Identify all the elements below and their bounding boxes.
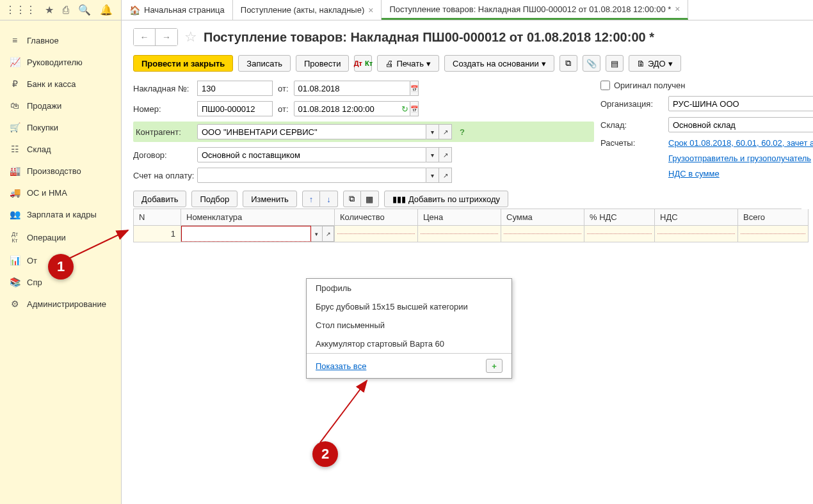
calendar-icon[interactable]: 📅	[410, 101, 419, 116]
cell-nds-pct[interactable]	[584, 226, 655, 242]
barcode-button[interactable]: ▮▮▮ Добавить по штрихкоду	[384, 191, 508, 207]
open-icon[interactable]: ↗	[323, 226, 334, 242]
zapisat-button[interactable]: Записать	[238, 55, 291, 72]
cell-nds[interactable]	[655, 226, 738, 242]
table-row[interactable]: 1 ▾↗	[134, 226, 801, 242]
gruz-link[interactable]: Грузоотправитель и грузополучатель	[668, 154, 811, 163]
clipboard-icon[interactable]: ⎙	[63, 4, 69, 16]
top-toolbar: ⋮⋮⋮ ★ ⎙ 🔍 🔔 🏠 Начальная страница Поступл…	[0, 0, 813, 20]
provesti-button[interactable]: Провести	[296, 55, 350, 72]
sidebar-item-admin[interactable]: ⚙Администрирование	[0, 293, 121, 315]
copy-button[interactable]: ⧉	[343, 191, 361, 207]
kontragent-input[interactable]	[197, 124, 426, 139]
provesti-zakryt-button[interactable]: Провести и закрыть	[133, 55, 233, 72]
sidebar-item-os[interactable]: 🚚ОС и НМА	[0, 182, 121, 203]
cell-n: 1	[134, 226, 181, 242]
chevron-down-icon[interactable]: ▾	[426, 124, 439, 139]
dropdown-option[interactable]: Аккумулятор стартовый Варта 60	[307, 335, 511, 353]
tab-postupleniye-list[interactable]: Поступление (акты, накладные) ×	[233, 0, 382, 20]
dropdown-option[interactable]: Профиль	[307, 279, 511, 297]
calendar-icon[interactable]: 📅	[410, 81, 419, 96]
col-total: Всего	[738, 209, 809, 226]
dtkt-button[interactable]: ДтКт	[354, 55, 372, 72]
list-button[interactable]: ▤	[606, 55, 624, 72]
edo-button[interactable]: 🗎 ЭДО ▾	[629, 55, 681, 72]
tab-home[interactable]: 🏠 Начальная страница	[122, 0, 233, 20]
move-down-button[interactable]: ↓	[320, 191, 338, 207]
podbor-button[interactable]: Подбор	[191, 191, 237, 207]
table-toolbar: Добавить Подбор Изменить ↑ ↓ ⧉ ▦ ▮▮▮ Доб…	[133, 191, 801, 207]
open-icon[interactable]: ↗	[439, 168, 452, 183]
forward-button[interactable]: →	[156, 29, 177, 45]
add-new-button[interactable]: +	[486, 359, 503, 373]
chevron-down-icon[interactable]: ▾	[426, 168, 439, 183]
col-nds: НДС	[655, 209, 738, 226]
col-qty: Количество	[335, 209, 418, 226]
nomenclature-input[interactable]	[181, 226, 311, 242]
apps-icon[interactable]: ⋮⋮⋮	[5, 4, 36, 16]
callout-2: 2	[312, 441, 338, 467]
print-button[interactable]: 🖨 Печать ▾	[377, 55, 439, 72]
help-icon[interactable]: ?	[457, 127, 467, 137]
related-button[interactable]: ⧉	[559, 55, 577, 72]
dropdown-option[interactable]: Стол письменный	[307, 316, 511, 335]
attach-button[interactable]: 📎	[583, 55, 600, 72]
sklad-input[interactable]	[668, 117, 813, 132]
nomer-label: Номер:	[133, 104, 192, 114]
close-icon[interactable]: ×	[675, 4, 680, 14]
refresh-icon[interactable]: ↻	[401, 104, 408, 114]
raschety-link[interactable]: Срок 01.08.2018, 60.01, 60.02, зачет ава…	[668, 138, 813, 148]
edo-icon: 🗎	[637, 59, 645, 68]
move-up-button[interactable]: ↑	[302, 191, 320, 207]
nakladnaya-input[interactable]	[197, 81, 273, 96]
main-area: ← → ☆ Поступление товаров: Накладная ПШ0…	[122, 20, 813, 504]
chevron-down-icon[interactable]: ▾	[311, 226, 323, 242]
sidebar-item-main[interactable]: ≡Главное	[0, 29, 121, 51]
chevron-down-icon[interactable]: ▾	[426, 147, 439, 162]
search-icon[interactable]: 🔍	[78, 4, 91, 16]
star-icon[interactable]: ★	[45, 4, 54, 16]
sidebar-item-sales[interactable]: 🛍Продажи	[0, 95, 121, 116]
izmenit-button[interactable]: Изменить	[243, 191, 297, 207]
cell-nomenclature[interactable]: ▾↗	[181, 226, 335, 242]
nds-link[interactable]: НДС в сумме	[668, 169, 720, 178]
dtkt-icon: ДтКт	[9, 231, 20, 244]
sidebar-item-manager[interactable]: 📈Руководителю	[0, 51, 121, 73]
sidebar-item-warehouse[interactable]: ☷Склад	[0, 138, 121, 160]
cell-total[interactable]	[738, 226, 809, 242]
factory-icon: 🏭	[9, 166, 20, 176]
sidebar-item-salary[interactable]: 👥Зарплата и кадры	[0, 203, 121, 225]
original-checkbox[interactable]: Оригинал получен	[600, 81, 685, 90]
open-icon[interactable]: ↗	[439, 124, 452, 139]
dobavit-button[interactable]: Добавить	[133, 191, 186, 207]
create-based-button[interactable]: Создать на основании ▾	[444, 55, 554, 72]
bag-icon: 🛍	[9, 100, 20, 111]
close-icon[interactable]: ×	[368, 5, 373, 15]
back-button[interactable]: ←	[134, 29, 156, 45]
sidebar-item-bank[interactable]: ₽Банк и касса	[0, 73, 121, 95]
tab-document[interactable]: Поступление товаров: Накладная ПШ00-0000…	[382, 0, 688, 20]
callout-1: 1	[48, 254, 74, 280]
sidebar-item-purchases[interactable]: 🛒Покупки	[0, 116, 121, 138]
chevron-down-icon: ▾	[668, 59, 673, 68]
dogovor-input[interactable]	[197, 147, 426, 162]
cell-price[interactable]	[418, 226, 501, 242]
schet-input[interactable]	[197, 168, 426, 183]
favorite-icon[interactable]: ☆	[184, 29, 197, 45]
cell-qty[interactable]	[335, 226, 418, 242]
sidebar-item-operations[interactable]: ДтКтОперации	[0, 225, 121, 249]
date1-input[interactable]	[294, 81, 410, 96]
datetime-input[interactable]	[294, 101, 410, 116]
nomer-input[interactable]	[197, 101, 273, 116]
org-input[interactable]	[668, 96, 813, 111]
show-all-link[interactable]: Показать все	[316, 361, 366, 371]
open-icon[interactable]: ↗	[439, 147, 452, 162]
printer-icon: 🖨	[385, 59, 394, 68]
dropdown-option[interactable]: Брус дубовый 15х15 высшей категории	[307, 297, 511, 316]
gear-icon: ⚙	[9, 299, 20, 309]
paste-button[interactable]: ▦	[361, 191, 379, 207]
cell-sum[interactable]	[501, 226, 584, 242]
sidebar-item-production[interactable]: 🏭Производство	[0, 160, 121, 182]
bell-icon[interactable]: 🔔	[100, 4, 113, 16]
header-line: ← → ☆ Поступление товаров: Накладная ПШ0…	[133, 28, 801, 46]
